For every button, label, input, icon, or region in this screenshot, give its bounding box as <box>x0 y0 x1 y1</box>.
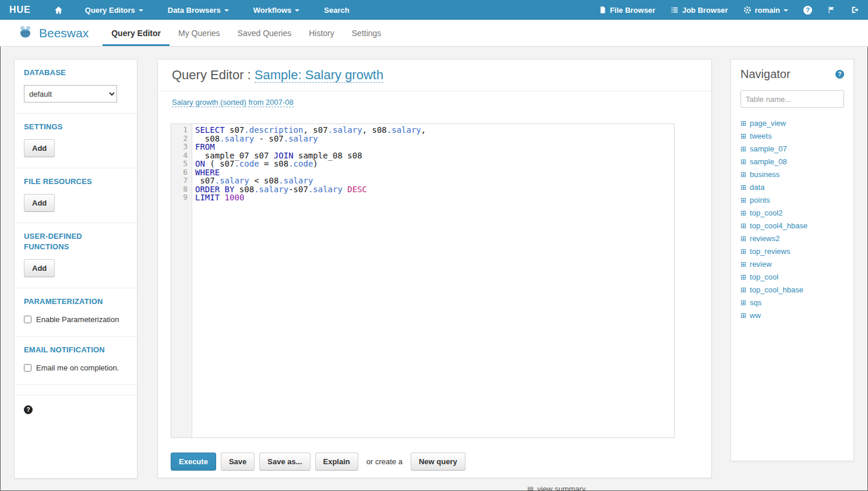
table-icon: ⊞ <box>740 248 746 255</box>
table-item-sqs[interactable]: ⊞sqs <box>740 296 844 309</box>
query-description-link[interactable]: Salary growth (sorted) from 2007-08 <box>172 98 294 107</box>
menu-data-browsers[interactable]: Data Browsers <box>168 6 229 15</box>
file-browser-button[interactable]: File Browser <box>599 6 655 15</box>
table-item-sample_08[interactable]: ⊞sample_08 <box>740 156 844 168</box>
table-list: ⊞page_view⊞tweets⊞sample_07⊞sample_08⊞bu… <box>740 117 844 322</box>
editor-code[interactable]: SELECT s07.description, s07.salary, s08.… <box>192 124 674 437</box>
menu-query-editors[interactable]: Query Editors <box>85 6 143 15</box>
help-button[interactable]: ? <box>803 6 812 15</box>
table-name: sample_07 <box>750 143 787 156</box>
sidebar-section-user-defined-functions: USER-DEFINED FUNCTIONSAdd <box>15 223 137 288</box>
flag-icon <box>827 6 835 14</box>
table-name: top_reviews <box>750 245 790 258</box>
table-name: top_cool_hbase <box>750 284 803 296</box>
sidebar: DATABASE default SETTINGSAddFILE RESOURC… <box>14 59 137 479</box>
table-name: top_cool4_hbase <box>750 220 807 232</box>
app-header: Beeswax Query EditorMy QueriesSaved Quer… <box>0 20 868 47</box>
line-number: 8 <box>171 185 188 194</box>
table-item-ww[interactable]: ⊞ww <box>740 309 844 322</box>
menu-workflows[interactable]: Workflows <box>253 6 300 15</box>
sql-editor[interactable]: 123456789 SELECT s07.description, s07.sa… <box>171 123 675 438</box>
navigator-header: Navigator ? <box>740 68 844 81</box>
database-heading: DATABASE <box>24 68 128 78</box>
query-title-link[interactable]: Sample: Salary growth <box>255 68 383 83</box>
help-icon[interactable]: ? <box>24 405 33 414</box>
job-browser-button[interactable]: Job Browser <box>671 6 728 15</box>
sidebar-sections: SETTINGSAddFILE RESOURCESAddUSER-DEFINED… <box>15 114 137 288</box>
code-line: sample_07 s07 JOIN sample_08 s08 <box>195 151 674 160</box>
user-menu[interactable]: romain <box>743 6 788 15</box>
feedback-flag-button[interactable] <box>827 6 835 14</box>
database-section: DATABASE default <box>15 59 137 114</box>
query-editor-panel: Query Editor : Sample: Salary growth Sal… <box>157 59 712 478</box>
table-icon: ⊞ <box>740 261 746 268</box>
line-number: 4 <box>171 151 188 160</box>
parameterization-section: PARAMETERIZATION Enable Parameterization <box>15 288 137 337</box>
table-item-top_reviews[interactable]: ⊞top_reviews <box>740 245 844 258</box>
main-menu-items: Query EditorsData BrowsersWorkflowsSearc… <box>85 6 350 15</box>
table-item-points[interactable]: ⊞points <box>740 194 844 207</box>
code-line: ORDER BY s08.salary-s07.salary DESC <box>195 185 674 194</box>
home-button[interactable] <box>54 6 63 15</box>
file-icon <box>599 6 606 14</box>
code-line: FROM <box>195 143 674 151</box>
sidebar-spacer <box>15 385 137 395</box>
table-item-top_cool_hbase[interactable]: ⊞top_cool_hbase <box>740 284 844 296</box>
add-file-resources-button[interactable]: Add <box>24 194 55 212</box>
logout-button[interactable] <box>851 6 859 14</box>
table-icon: ⊞ <box>740 235 746 242</box>
enable-parameterization-row[interactable]: Enable Parameterization <box>24 314 128 326</box>
save-as-button[interactable]: Save as... <box>259 453 310 471</box>
table-name: review <box>750 258 772 271</box>
table-item-sample_07[interactable]: ⊞sample_07 <box>740 143 844 156</box>
table-item-top_cool4_hbase[interactable]: ⊞top_cool4_hbase <box>740 220 844 232</box>
code-line: s08.salary - s07.salary <box>195 135 674 143</box>
table-item-data[interactable]: ⊞data <box>740 181 844 194</box>
explain-button[interactable]: Explain <box>315 453 358 471</box>
chevron-down-icon <box>295 9 299 12</box>
table-name: sqs <box>750 296 761 309</box>
navigator-title: Navigator <box>740 68 791 81</box>
navigator-panel: Navigator ? ⊞page_view⊞tweets⊞sample_07⊞… <box>731 59 854 461</box>
line-number: 6 <box>171 168 188 177</box>
tab-saved-queries[interactable]: Saved Queries <box>229 20 301 46</box>
table-item-business[interactable]: ⊞business <box>740 168 844 181</box>
line-number: 1 <box>171 126 188 135</box>
chevron-down-icon <box>784 9 788 12</box>
gear-icon <box>743 6 751 14</box>
file-browser-label: File Browser <box>610 6 655 15</box>
tab-my-queries[interactable]: My Queries <box>170 20 229 46</box>
table-item-top_cool2[interactable]: ⊞top_cool2 <box>740 207 844 220</box>
new-query-button[interactable]: New query <box>411 453 465 471</box>
section-heading: USER-DEFINED FUNCTIONS <box>24 231 128 252</box>
add-user-defined-functions-button[interactable]: Add <box>24 259 55 277</box>
topnav-right: File Browser Job Browser romain ? <box>599 6 859 15</box>
tab-history[interactable]: History <box>300 20 343 46</box>
table-item-reviews2[interactable]: ⊞reviews2 <box>740 232 844 245</box>
table-item-tweets[interactable]: ⊞tweets <box>740 130 844 143</box>
email-me-row[interactable]: Email me on completion. <box>24 362 128 374</box>
table-item-review[interactable]: ⊞review <box>740 258 844 271</box>
menu-label: Workflows <box>253 6 292 15</box>
table-icon: ⊞ <box>740 171 746 178</box>
section-heading: SETTINGS <box>24 122 128 132</box>
table-name: top_cool2 <box>750 207 782 220</box>
navigator-help-icon[interactable]: ? <box>835 70 844 79</box>
query-description: Salary growth (sorted) from 2007-08 <box>172 97 697 107</box>
hue-logo[interactable]: HUE <box>9 5 31 15</box>
menu-search[interactable]: Search <box>324 6 349 15</box>
enable-parameterization-checkbox[interactable] <box>24 316 31 323</box>
email-me-checkbox[interactable] <box>24 364 31 372</box>
or-create-text: or create a <box>366 457 403 466</box>
add-settings-button[interactable]: Add <box>24 139 55 157</box>
tab-settings[interactable]: Settings <box>343 20 390 46</box>
table-item-page_view[interactable]: ⊞page_view <box>740 117 844 130</box>
view-summary-partial[interactable]: ▤ view summary <box>527 485 585 491</box>
save-button[interactable]: Save <box>221 453 255 471</box>
database-select[interactable]: default <box>24 85 117 103</box>
tab-query-editor[interactable]: Query Editor <box>103 20 170 46</box>
code-line: SELECT s07.description, s07.salary, s08.… <box>195 126 674 135</box>
table-item-top_cool[interactable]: ⊞top_cool <box>740 271 844 284</box>
table-search-input[interactable] <box>740 90 844 108</box>
execute-button[interactable]: Execute <box>171 453 216 471</box>
